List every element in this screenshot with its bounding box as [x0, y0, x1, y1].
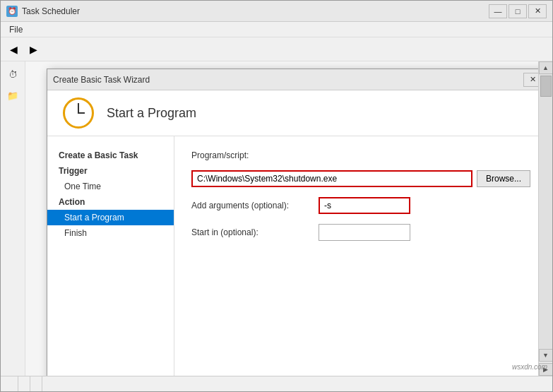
scroll-up-arrow[interactable]: ▲: [539, 61, 553, 74]
minimize-button[interactable]: —: [489, 4, 507, 18]
clock-icon: [63, 97, 94, 129]
scroll-down-arrow[interactable]: ▼: [539, 349, 553, 362]
add-arguments-input[interactable]: [319, 197, 410, 214]
program-script-group: Browse...: [191, 170, 530, 187]
menu-bar: File: [1, 22, 552, 37]
create-basic-task-dialog: Create Basic Task Wizard ✕ Start a Progr…: [47, 69, 538, 376]
status-segment-2: [18, 376, 30, 391]
app-icon: ⏰: [6, 6, 18, 17]
file-menu[interactable]: File: [4, 23, 28, 36]
browse-button[interactable]: Browse...: [477, 170, 530, 187]
sidebar: ⏱ 📁: [1, 61, 25, 376]
program-script-label: Program/script:: [191, 150, 319, 160]
window-close-button[interactable]: ✕: [528, 4, 547, 18]
scrollbar-thumb[interactable]: [540, 76, 552, 97]
scrollbar-track: [539, 74, 553, 349]
nav-item-start-program[interactable]: Start a Program: [47, 210, 174, 225]
start-in-input[interactable]: [319, 224, 410, 241]
content-area: Create Basic Task Wizard ✕ Start a Progr…: [25, 61, 538, 376]
add-arguments-label: Add arguments (optional):: [191, 201, 319, 210]
window-title: Task Scheduler: [22, 6, 489, 16]
program-script-row: Program/script:: [191, 150, 530, 160]
nav-item-finish[interactable]: Finish: [47, 225, 174, 241]
start-in-label: Start in (optional):: [191, 227, 319, 237]
nav-action-label: Action: [47, 194, 174, 210]
start-in-row: Start in (optional):: [191, 224, 530, 241]
status-bar: [1, 376, 552, 391]
dialog-body: Create a Basic Task Trigger One Time Act…: [47, 136, 538, 376]
status-segment-1: [6, 376, 18, 391]
maximize-button[interactable]: □: [509, 4, 527, 18]
title-bar: ⏰ Task Scheduler — □ ✕: [1, 1, 552, 22]
dialog-title-bar: Create Basic Task Wizard ✕: [47, 69, 538, 90]
dialog-header: Start a Program: [47, 90, 538, 136]
dialog-header-icon: [61, 96, 95, 130]
sidebar-clock-item[interactable]: ⏱: [3, 64, 23, 84]
program-script-input[interactable]: [191, 170, 472, 187]
dialog-header-title: Start a Program: [107, 106, 196, 121]
status-segment-3: [30, 376, 42, 391]
nav-trigger-label: Trigger: [47, 163, 174, 179]
dialog-overlay: Create Basic Task Wizard ✕ Start a Progr…: [25, 61, 538, 376]
sidebar-folder-item[interactable]: 📁: [3, 85, 23, 105]
nav-create-label: Create a Basic Task: [47, 148, 174, 163]
title-bar-controls: — □ ✕: [489, 4, 547, 18]
task-scheduler-window: ⏰ Task Scheduler — □ ✕ File ◀ ▶ ⏱ 📁: [0, 0, 553, 392]
main-area: ⏱ 📁 Create Basic Task Wizard ✕: [1, 61, 552, 376]
toolbar: ◀ ▶: [1, 37, 552, 61]
dialog-close-button[interactable]: ✕: [523, 73, 538, 87]
forward-toolbar-button[interactable]: ▶: [23, 40, 43, 59]
watermark: wsxdn.com: [512, 363, 547, 371]
program-script-input-row: Browse...: [191, 170, 530, 187]
add-arguments-row: Add arguments (optional):: [191, 197, 530, 214]
dialog-title-text: Create Basic Task Wizard: [53, 75, 523, 85]
right-scrollbar-panel: ▲ ▼ ▶: [538, 61, 552, 376]
wizard-form: Program/script: Browse... Add argumen: [174, 136, 538, 376]
back-toolbar-button[interactable]: ◀: [4, 40, 23, 59]
nav-item-one-time[interactable]: One Time: [47, 179, 174, 194]
wizard-nav: Create a Basic Task Trigger One Time Act…: [47, 136, 174, 376]
